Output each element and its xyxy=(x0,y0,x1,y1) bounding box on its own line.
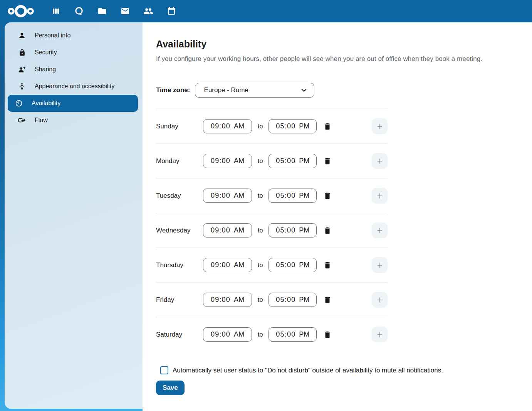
day-label: Wednesday xyxy=(156,227,203,234)
trash-icon xyxy=(323,261,332,270)
delete-slot-button[interactable] xyxy=(322,295,333,305)
start-period-value: AM xyxy=(234,261,244,269)
start-time-input[interactable]: 09:00AM xyxy=(203,327,252,342)
calendar-icon[interactable] xyxy=(162,2,181,21)
plus-icon xyxy=(376,296,384,304)
start-time-value: 09:00 xyxy=(211,192,230,200)
delete-slot-button[interactable] xyxy=(322,156,333,167)
trash-icon xyxy=(323,296,332,304)
weekly-availability-list: Sunday 09:00AM to 05:00PM Monday 09: xyxy=(156,109,388,352)
plus-icon xyxy=(376,261,384,270)
start-time-input[interactable]: 09:00AM xyxy=(203,119,252,133)
add-slot-button[interactable] xyxy=(372,292,388,308)
trash-icon xyxy=(323,226,332,235)
delete-slot-button[interactable] xyxy=(322,190,333,201)
page: Personal info Security Sharing xyxy=(0,0,532,411)
delete-slot-button[interactable] xyxy=(322,121,333,132)
day-label: Sunday xyxy=(156,123,203,130)
plus-icon xyxy=(376,226,384,235)
start-period-value: AM xyxy=(234,122,244,130)
add-slot-button[interactable] xyxy=(372,118,388,134)
day-label: Monday xyxy=(156,157,203,165)
files-icon[interactable] xyxy=(92,2,112,21)
end-time-input[interactable]: 05:00PM xyxy=(269,154,317,168)
start-period-value: AM xyxy=(234,226,244,234)
day-label: Friday xyxy=(156,296,203,304)
add-slot-button[interactable] xyxy=(372,222,388,238)
start-time-value: 09:00 xyxy=(211,296,230,304)
availability-row-sunday: Sunday 09:00AM to 05:00PM xyxy=(156,109,388,143)
page-title: Availability xyxy=(156,39,532,50)
plus-icon xyxy=(376,330,384,339)
delete-slot-button[interactable] xyxy=(322,329,333,340)
mail-icon[interactable] xyxy=(116,2,135,21)
timezone-select[interactable]: Europe - Rome xyxy=(195,83,314,98)
sidebar-item-sharing[interactable]: Sharing xyxy=(8,61,138,78)
dnd-option-row: Automatically set user status to "Do not… xyxy=(156,366,532,374)
end-period-value: PM xyxy=(299,192,309,200)
sidebar-item-personal-info[interactable]: Personal info xyxy=(8,27,138,44)
save-button[interactable]: Save xyxy=(156,381,185,395)
dashboard-icon[interactable] xyxy=(46,2,65,21)
sidebar-item-appearance[interactable]: Appearance and accessibility xyxy=(8,78,138,95)
end-period-value: PM xyxy=(299,226,309,234)
dnd-checkbox[interactable] xyxy=(160,366,168,374)
start-time-value: 09:00 xyxy=(211,330,230,339)
delete-slot-button[interactable] xyxy=(322,225,333,236)
end-time-value: 05:00 xyxy=(276,157,295,165)
add-slot-button[interactable] xyxy=(372,188,388,204)
talk-icon[interactable] xyxy=(69,2,89,21)
sidebar-item-label: Appearance and accessibility xyxy=(35,83,114,90)
day-label: Thursday xyxy=(156,261,203,269)
app-navigation xyxy=(46,2,181,21)
delete-slot-button[interactable] xyxy=(322,260,333,271)
start-time-input[interactable]: 09:00AM xyxy=(203,189,252,203)
end-time-value: 05:00 xyxy=(276,122,295,130)
start-time-input[interactable]: 09:00AM xyxy=(203,293,252,307)
availability-row-monday: Monday 09:00AM to 05:00PM xyxy=(156,143,388,178)
end-time-input[interactable]: 05:00PM xyxy=(269,223,317,238)
start-period-value: AM xyxy=(234,296,244,304)
start-time-input[interactable]: 09:00AM xyxy=(203,258,252,272)
timezone-row: Time zone: Europe - Rome xyxy=(156,83,532,98)
end-time-input[interactable]: 05:00PM xyxy=(269,189,317,203)
flow-icon xyxy=(18,116,26,125)
person-icon xyxy=(18,31,26,40)
start-time-value: 09:00 xyxy=(211,157,230,165)
sidebar-item-flow[interactable]: Flow xyxy=(8,112,138,129)
end-time-input[interactable]: 05:00PM xyxy=(269,258,317,272)
sidebar-item-label: Availability xyxy=(32,100,60,107)
end-time-input[interactable]: 05:00PM xyxy=(269,119,317,133)
accessibility-icon xyxy=(18,82,26,91)
end-time-value: 05:00 xyxy=(276,330,295,339)
trash-icon xyxy=(323,330,332,339)
availability-row-tuesday: Tuesday 09:00AM to 05:00PM xyxy=(156,178,388,213)
person-plus-icon xyxy=(18,65,26,74)
sidebar-item-availability[interactable]: Availability xyxy=(8,95,138,112)
add-slot-button[interactable] xyxy=(372,327,388,342)
to-label: to xyxy=(258,123,263,130)
plus-icon xyxy=(376,157,384,165)
start-period-value: AM xyxy=(234,330,244,339)
sidebar-item-security[interactable]: Security xyxy=(8,44,138,61)
start-time-input[interactable]: 09:00AM xyxy=(203,223,252,238)
trash-icon xyxy=(323,192,332,200)
end-time-input[interactable]: 05:00PM xyxy=(269,327,317,342)
add-slot-button[interactable] xyxy=(372,153,388,169)
nextcloud-logo-icon[interactable] xyxy=(6,2,35,20)
end-period-value: PM xyxy=(299,122,309,130)
availability-row-thursday: Thursday 09:00AM to 05:00PM xyxy=(156,248,388,282)
to-label: to xyxy=(258,296,263,303)
to-label: to xyxy=(258,158,263,165)
plus-icon xyxy=(376,192,384,200)
contacts-icon[interactable] xyxy=(139,2,158,21)
add-slot-button[interactable] xyxy=(372,257,388,273)
start-time-input[interactable]: 09:00AM xyxy=(203,154,252,168)
start-time-value: 09:00 xyxy=(211,261,230,269)
timezone-label: Time zone: xyxy=(156,86,190,94)
end-time-value: 05:00 xyxy=(276,226,295,234)
to-label: to xyxy=(258,192,263,199)
end-time-input[interactable]: 05:00PM xyxy=(269,293,317,307)
trash-icon xyxy=(323,157,332,165)
start-time-value: 09:00 xyxy=(211,122,230,130)
